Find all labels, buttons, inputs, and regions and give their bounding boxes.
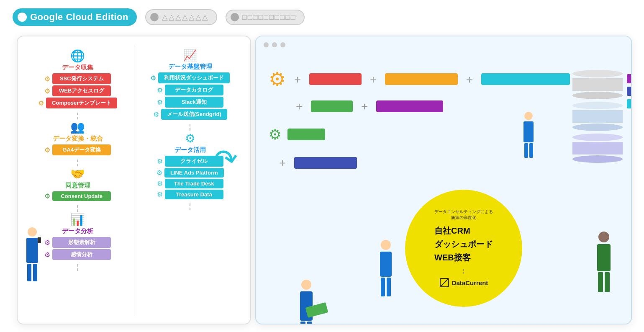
person3-body <box>597 244 611 271</box>
toggle-active-indicator <box>18 13 27 22</box>
person-right-figure <box>589 232 618 315</box>
person-middle-figure <box>373 240 398 315</box>
section-data-mgmt: 📈 データ基盤管理 ⚙ 利用状況ダッシュボード ⚙ データカタログ ⚙ Slac… <box>136 49 244 120</box>
person-left-phone <box>38 237 41 243</box>
db-bottom-3 <box>572 155 623 163</box>
item-ga4: ⚙ GA4データ変換 <box>44 144 111 155</box>
person4-head <box>524 112 533 120</box>
bar-row-2: ＋ ＋ <box>269 99 570 113</box>
section-data-transform-title: データ変換・統合 <box>53 135 103 143</box>
person-left-head <box>28 227 37 237</box>
bar-green-2 <box>311 100 353 112</box>
inactive-label-2: □□□□□□□□□□ <box>242 13 296 22</box>
divider-1 <box>77 113 78 119</box>
person3-legs <box>589 272 618 292</box>
gear-icon-ssc: ⚙ <box>44 75 50 83</box>
db-bottom-1 <box>572 92 623 99</box>
svg-line-1 <box>440 278 449 287</box>
plus-5: ＋ <box>359 99 370 113</box>
badge-catalog: データカタログ <box>165 85 223 95</box>
person2-leg-r <box>387 278 391 296</box>
section-data-use-title: データ活用 <box>174 146 206 154</box>
gear-icon-slack: ⚙ <box>157 98 163 106</box>
bubble-dots-text: ： <box>460 266 467 276</box>
plus-6: ＋ <box>277 155 288 170</box>
database-stack <box>572 70 623 163</box>
data-mgmt-icon: 📈 <box>183 49 197 62</box>
section-data-transform: 👥 データ変換・統合 ⚙ GA4データ変換 <box>24 120 132 155</box>
toggle-inactive-indicator-2 <box>231 13 239 21</box>
badge-trade-desk: The Trade Desk <box>165 179 223 188</box>
inactive-badge-2[interactable]: □□□□□□□□□□ <box>226 10 305 25</box>
db-body-1 <box>572 78 623 91</box>
db-bar-teal <box>627 99 632 108</box>
person4-legs <box>518 143 539 158</box>
plus-4: ＋ <box>294 99 305 113</box>
item-catalog: ⚙ データカタログ <box>157 85 223 95</box>
panel-dots <box>264 42 285 47</box>
bar-red-1 <box>309 73 362 85</box>
speech-bubble: データコンサルティングによる施策の高度化 自社CRMダッシュボードWEB接客 ：… <box>405 190 522 307</box>
item-dashboard: ⚙ 利用状況ダッシュボード <box>150 72 230 83</box>
gear-icon-sendgrid: ⚙ <box>153 111 159 118</box>
db-top-1 <box>572 70 623 77</box>
data-transform-icon: 👥 <box>70 120 85 134</box>
person2-body <box>380 252 392 277</box>
badge-slack: Slack通知 <box>165 97 223 108</box>
badge-consent-update: Consent Update <box>52 191 111 201</box>
bubble-main-text: 自社CRMダッシュボードWEB接客 <box>434 224 493 264</box>
item-treasure-data: ⚙ Treasure Data <box>157 190 223 199</box>
person2-legs <box>373 278 398 296</box>
bar-orange-1 <box>385 73 458 85</box>
section-consent: 🤝 同意管理 ⚙ Consent Update <box>24 167 132 201</box>
dot-2 <box>272 42 277 47</box>
section-consent-title: 同意管理 <box>65 182 90 190</box>
dot-1 <box>264 42 269 47</box>
db-top-3 <box>572 134 623 141</box>
person4-leg-r <box>529 143 533 158</box>
person3-head <box>598 232 609 242</box>
section-data-collection: 🌐 データ収集 ⚙ SSC発行システム ⚙ WEBアクセスログ ⚙ Compos… <box>24 49 132 108</box>
gear-icon-treasure-data: ⚙ <box>157 190 163 198</box>
item-morpheme: ⚙ 形態素解析 <box>44 237 111 248</box>
divider-4 <box>77 264 78 271</box>
person4-leg-l <box>524 143 528 158</box>
gear-big-1: ⚙ <box>269 68 286 90</box>
badge-treasure-data: Treasure Data <box>165 190 223 199</box>
bar-green-3 <box>287 129 325 140</box>
item-composer: ⚙ Composerテンプレート <box>38 98 117 108</box>
gear-icon-web: ⚙ <box>44 87 50 95</box>
item-line-ads: ⚙ LINE Ads Platform <box>157 168 224 178</box>
person3-leg-l <box>598 272 603 292</box>
top-bar: Google Cloud Edition △△△△△△△ □□□□□□□□□□ <box>13 8 305 26</box>
item-trade-desk: ⚙ The Trade Desk <box>157 179 223 188</box>
db-bars <box>627 74 632 108</box>
db-bar-purple <box>627 74 632 83</box>
bubble-small-text: データコンサルティングによる施策の高度化 <box>434 209 493 221</box>
person-outside-left <box>18 227 47 307</box>
gear-icon-craise: ⚙ <box>157 157 163 165</box>
db-body-2 <box>572 110 623 123</box>
active-edition-label: Google Cloud Edition <box>30 12 128 23</box>
person-left-leg-l <box>27 264 31 281</box>
left-panel-col2: 📈 データ基盤管理 ⚙ 利用状況ダッシュボード ⚙ データカタログ ⚙ Slac… <box>136 45 244 315</box>
person1-legs <box>290 322 323 324</box>
data-use-icon: ⚙ <box>185 131 195 145</box>
inactive-badge-1[interactable]: △△△△△△△ <box>145 9 217 25</box>
person1-leg-l <box>300 322 305 324</box>
gear-icon-consent: ⚙ <box>44 192 50 200</box>
person1-leg-r <box>307 322 312 324</box>
bar-indigo-4 <box>294 157 357 169</box>
person1-head <box>301 280 311 290</box>
plus-2: ＋ <box>368 72 379 87</box>
gear-icon-dashboard: ⚙ <box>150 74 156 82</box>
badge-sendgrid: メール送信(Sendgrid) <box>161 109 227 120</box>
divider-5 <box>190 124 190 131</box>
section-data-collection-title: データ収集 <box>62 64 93 72</box>
badge-morpheme: 形態素解析 <box>52 237 111 248</box>
active-edition-badge[interactable]: Google Cloud Edition <box>13 8 137 26</box>
datacurrent-name: DataCurrent <box>452 279 488 286</box>
item-sentiment: ⚙ 感情分析 <box>44 249 111 260</box>
dot-3 <box>280 42 285 47</box>
datacurrent-brand: DataCurrent <box>439 278 488 288</box>
